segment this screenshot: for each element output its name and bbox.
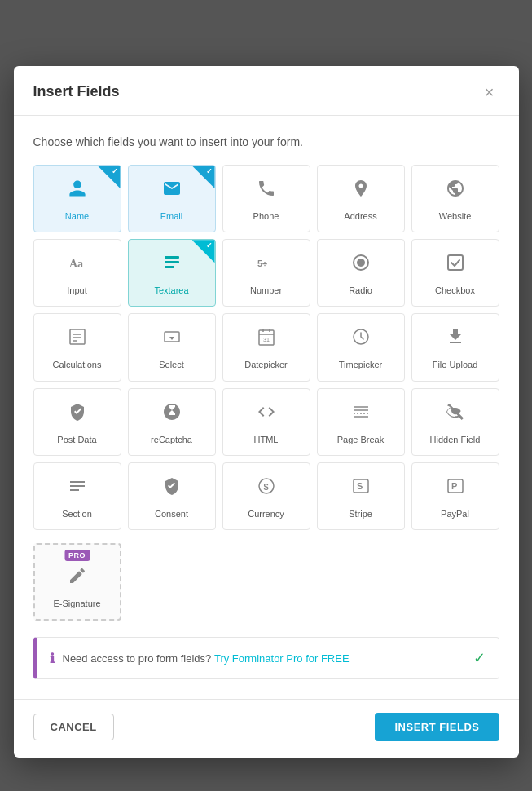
calc-icon — [68, 327, 87, 355]
info-banner-content: ℹ Need access to pro form fields? Try Fo… — [50, 651, 350, 666]
modal-footer: CANCEL INSERT FIELDS — [14, 699, 519, 758]
select-icon — [162, 327, 182, 355]
html-icon — [257, 402, 276, 430]
field-number[interactable]: 5÷ Number — [222, 239, 310, 307]
currency-icon: $ — [257, 476, 276, 504]
field-e-signature[interactable]: PRO E-Signature — [33, 543, 121, 621]
info-icon: ℹ — [50, 651, 55, 666]
field-section-label: Section — [62, 509, 92, 519]
field-website[interactable]: Website — [411, 165, 499, 232]
recaptcha-icon — [162, 402, 182, 430]
field-stripe[interactable]: S Stripe — [317, 462, 405, 530]
field-checkbox[interactable]: Checkbox — [411, 239, 499, 307]
field-datepicker-label: Datepicker — [244, 360, 288, 370]
field-address-label: Address — [344, 211, 376, 222]
number-icon: 5÷ — [257, 253, 276, 281]
section-icon — [68, 476, 87, 504]
field-name-label: Name — [65, 211, 89, 222]
check-corner-name: ✓ — [98, 166, 121, 188]
consent-icon — [162, 476, 182, 504]
svg-text:P: P — [451, 481, 457, 491]
field-consent[interactable]: Consent — [128, 462, 216, 530]
cancel-button[interactable]: CANCEL — [33, 714, 114, 740]
field-recaptcha-label: reCaptcha — [151, 435, 192, 445]
hidden-icon — [446, 402, 465, 430]
pro-fields-row: PRO E-Signature — [33, 543, 499, 621]
field-textarea[interactable]: ✓ Textarea — [128, 239, 216, 307]
field-website-label: Website — [439, 211, 472, 222]
svg-point-6 — [357, 259, 365, 267]
field-section[interactable]: Section — [33, 462, 121, 530]
check-mark-email: ✓ — [206, 167, 213, 175]
field-page-break-label: Page Break — [337, 435, 384, 445]
field-html[interactable]: HTML — [222, 388, 310, 456]
field-radio[interactable]: Radio — [317, 239, 405, 307]
field-input[interactable]: Aa Input — [33, 239, 121, 307]
globe-icon — [446, 179, 465, 206]
svg-rect-2 — [165, 261, 179, 263]
field-input-label: Input — [67, 285, 86, 296]
field-address[interactable]: Address — [317, 165, 405, 232]
field-email[interactable]: ✓ Email — [128, 165, 216, 232]
svg-text:S: S — [357, 481, 363, 491]
field-hidden[interactable]: Hidden Field — [411, 388, 499, 456]
paypal-icon: P — [446, 476, 465, 504]
modal-overlay: Insert Fields × Choose which fields you … — [14, 16, 519, 791]
field-name[interactable]: ✓ Name — [33, 165, 121, 232]
insert-fields-button[interactable]: INSERT FIELDS — [375, 713, 499, 741]
svg-text:Aa: Aa — [69, 258, 83, 270]
modal-body: Choose which fields you want to insert i… — [14, 116, 519, 699]
close-button[interactable]: × — [480, 82, 499, 102]
svg-rect-1 — [165, 256, 179, 259]
field-paypal-label: PayPal — [441, 509, 469, 519]
input-icon: Aa — [68, 253, 87, 281]
pro-badge: PRO — [64, 550, 90, 561]
field-checkbox-label: Checkbox — [435, 285, 475, 296]
svg-text:5÷: 5÷ — [257, 259, 267, 268]
phone-icon — [257, 179, 276, 206]
field-currency-label: Currency — [248, 509, 284, 519]
field-textarea-label: Textarea — [154, 285, 188, 296]
person-icon — [68, 179, 87, 206]
svg-rect-8 — [70, 329, 85, 344]
field-email-label: Email — [160, 211, 183, 222]
field-currency[interactable]: $ Currency — [222, 462, 310, 530]
field-datepicker[interactable]: 31 Datepicker — [222, 313, 310, 381]
upload-icon — [446, 327, 465, 355]
modal-title: Insert Fields — [33, 83, 120, 100]
address-icon — [351, 179, 371, 206]
field-page-break[interactable]: Page Break — [317, 388, 405, 456]
svg-text:$: $ — [263, 481, 268, 491]
email-icon — [162, 179, 182, 206]
field-recaptcha[interactable]: reCaptcha — [128, 388, 216, 456]
fields-grid: ✓ Name ✓ Email — [33, 165, 499, 530]
field-timepicker-label: Timepicker — [339, 360, 382, 370]
check-mark-name: ✓ — [112, 167, 118, 175]
field-timepicker[interactable]: Timepicker — [317, 313, 405, 381]
textarea-icon — [162, 253, 182, 281]
banner-check-icon: ✓ — [473, 649, 486, 667]
stripe-icon: S — [351, 476, 371, 504]
field-phone[interactable]: Phone — [222, 165, 310, 232]
pro-link[interactable]: Try Forminator Pro for FREE — [214, 652, 350, 665]
field-number-label: Number — [250, 285, 282, 296]
field-phone-label: Phone — [253, 211, 279, 222]
svg-rect-7 — [448, 255, 463, 270]
field-file-upload[interactable]: File Upload — [411, 313, 499, 381]
field-post-data[interactable]: Post Data — [33, 388, 121, 456]
svg-text:31: 31 — [263, 337, 270, 342]
field-calculations[interactable]: Calculations — [33, 313, 121, 381]
field-consent-label: Consent — [155, 509, 188, 519]
clock-icon — [351, 327, 371, 355]
field-paypal[interactable]: P PayPal — [411, 462, 499, 530]
field-select[interactable]: Select — [128, 313, 216, 381]
info-banner: ℹ Need access to pro form fields? Try Fo… — [33, 637, 499, 679]
field-html-label: HTML — [254, 435, 279, 445]
field-stripe-label: Stripe — [349, 509, 372, 519]
modal-subtitle: Choose which fields you want to insert i… — [33, 135, 499, 148]
esig-icon — [68, 566, 87, 594]
radio-icon — [351, 253, 371, 281]
check-corner-textarea: ✓ — [192, 240, 215, 263]
field-hidden-label: Hidden Field — [430, 435, 481, 445]
info-banner-text: Need access to pro form fields? Try Form… — [63, 652, 350, 665]
